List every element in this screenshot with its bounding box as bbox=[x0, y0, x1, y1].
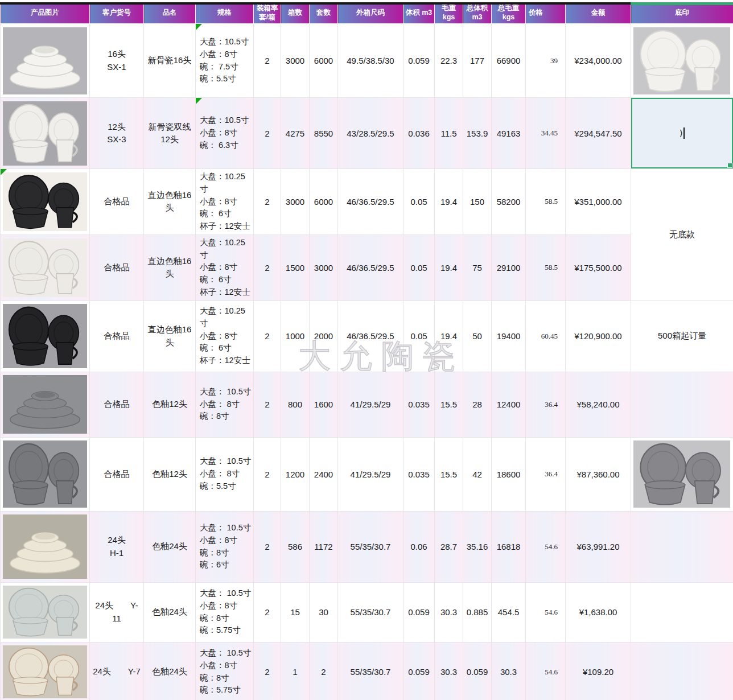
cell-item-no[interactable]: 24头 Y- 11 bbox=[90, 582, 144, 642]
cell-volume[interactable]: 0.05 bbox=[403, 300, 435, 372]
product-photo[interactable] bbox=[3, 238, 87, 297]
cell-name[interactable]: 色釉24头 bbox=[144, 642, 196, 700]
cell-sets[interactable]: 2000 bbox=[310, 300, 338, 372]
cell-specs[interactable]: 大盘： 10.5寸 小盘： 8寸 碗：5.5寸 bbox=[196, 437, 254, 511]
cell-price[interactable]: 58.5 bbox=[526, 234, 566, 300]
cell-total-gross-weight[interactable]: 58200 bbox=[492, 169, 526, 235]
column-header-name[interactable]: 品名 bbox=[144, 3, 196, 24]
cell-sets[interactable]: 3000 bbox=[310, 234, 338, 300]
cell-name[interactable]: 新骨瓷16头 bbox=[144, 24, 196, 98]
cell-price[interactable]: 60.45 bbox=[526, 300, 566, 372]
cell-boxes[interactable]: 800 bbox=[281, 372, 310, 437]
cell-total-gross-weight[interactable]: 49163 bbox=[492, 98, 526, 169]
cell-photo[interactable] bbox=[1, 372, 90, 437]
cell-specs[interactable]: 大盘：10.5寸 小盘：8寸 碗： 6.3寸 bbox=[196, 98, 254, 169]
cell-box-size[interactable]: 55/35/30.7 bbox=[338, 511, 403, 582]
cell-boxes[interactable]: 4275 bbox=[281, 98, 310, 169]
cell-volume[interactable]: 0.059 bbox=[403, 24, 435, 98]
cell-photo[interactable] bbox=[1, 234, 90, 300]
selected-cell-editor[interactable]: ⟩ bbox=[631, 98, 733, 168]
cell-amount[interactable]: ¥294,547.50 bbox=[566, 98, 631, 169]
cell-specs[interactable]: 大盘：10.25寸 小盘：8寸 碗： 6寸 杯子：12安士 bbox=[196, 300, 254, 372]
cell-price[interactable]: 34.45 bbox=[526, 98, 566, 169]
cell-name[interactable]: 直边色釉16 头 bbox=[144, 169, 196, 235]
cell-item-no[interactable]: 12头 SX-3 bbox=[90, 98, 144, 169]
product-photo[interactable] bbox=[3, 645, 87, 698]
cell-total-volume[interactable]: 150 bbox=[463, 169, 492, 235]
cell-volume[interactable]: 0.059 bbox=[403, 582, 435, 642]
cell-photo[interactable] bbox=[1, 24, 90, 98]
cell-photo[interactable] bbox=[1, 437, 90, 511]
cell-boxes[interactable]: 1200 bbox=[281, 437, 310, 511]
cell-volume[interactable]: 0.036 bbox=[403, 98, 435, 169]
cell-pack-rate[interactable]: 2 bbox=[254, 511, 281, 582]
column-header-total_volume[interactable]: 总体积 m3 bbox=[463, 3, 492, 24]
column-header-total_gross_weight[interactable]: 总毛重 kgs bbox=[492, 3, 526, 24]
cell-total-gross-weight[interactable]: 19400 bbox=[492, 300, 526, 372]
cell-boxes[interactable]: 3000 bbox=[281, 24, 310, 98]
cell-gross-weight[interactable]: 19.4 bbox=[435, 300, 463, 372]
cell-item-no[interactable]: 合格品 bbox=[90, 372, 144, 437]
cell-item-no[interactable]: 24头 H-1 bbox=[90, 511, 144, 582]
cell-sets[interactable]: 2 bbox=[310, 642, 338, 700]
fill-handle[interactable] bbox=[727, 163, 732, 168]
cell-pack-rate[interactable]: 2 bbox=[254, 234, 281, 300]
cell-box-size[interactable]: 41/29.5/29 bbox=[338, 437, 403, 511]
cell-sets[interactable]: 1172 bbox=[310, 511, 338, 582]
cell-photo[interactable] bbox=[1, 169, 90, 235]
cell-box-size[interactable]: 55/35/30.7 bbox=[338, 582, 403, 642]
cell-photo[interactable] bbox=[1, 642, 90, 700]
cell-sets[interactable]: 6000 bbox=[310, 24, 338, 98]
cell-specs[interactable]: 大盘： 10.5寸 小盘：8寸 碗：8寸 碗：5.75寸 bbox=[196, 642, 254, 700]
cell-name[interactable]: 新骨瓷双线 12头 bbox=[144, 98, 196, 169]
cell-item-no[interactable]: 16头 SX-1 bbox=[90, 24, 144, 98]
cell-amount[interactable]: ¥87,360.00 bbox=[566, 437, 631, 511]
cell-stamp[interactable] bbox=[631, 437, 733, 511]
cell-photo[interactable] bbox=[1, 582, 90, 642]
cell-item-no[interactable]: 24头 Y-7 bbox=[90, 642, 144, 700]
cell-gross-weight[interactable]: 15.5 bbox=[435, 437, 463, 511]
cell-photo[interactable] bbox=[1, 511, 90, 582]
cell-price[interactable]: 58.5 bbox=[526, 169, 566, 235]
cell-specs[interactable]: 大盘：10.25寸 小盘：8寸 碗： 6寸 杯子：12安士 bbox=[196, 234, 254, 300]
column-header-item_no[interactable]: 客户货号 bbox=[90, 3, 144, 24]
cell-specs[interactable]: 大盘： 10.5寸 小盘：8寸 碗：8寸 碗：6寸 bbox=[196, 511, 254, 582]
cell-box-size[interactable]: 43/28.5/29.5 bbox=[338, 98, 403, 169]
cell-stamp[interactable]: 500箱起订量 bbox=[631, 300, 733, 372]
cell-sets[interactable]: 8550 bbox=[310, 98, 338, 169]
cell-pack-rate[interactable]: 2 bbox=[254, 98, 281, 169]
cell-amount[interactable]: ¥234,000.00 bbox=[566, 24, 631, 98]
cell-total-volume[interactable]: 42 bbox=[463, 437, 492, 511]
cell-item-no[interactable]: 合格品 bbox=[90, 437, 144, 511]
cell-name[interactable]: 色釉24头 bbox=[144, 511, 196, 582]
cell-pack-rate[interactable]: 2 bbox=[254, 24, 281, 98]
column-header-photo[interactable]: 产品图片 bbox=[1, 3, 90, 24]
cell-name[interactable]: 色釉24头 bbox=[144, 582, 196, 642]
cell-sets[interactable]: 2400 bbox=[310, 437, 338, 511]
cell-name[interactable]: 色釉12头 bbox=[144, 372, 196, 437]
cell-amount[interactable]: ¥109.20 bbox=[566, 642, 631, 700]
cell-specs[interactable]: 大盘：10.25寸 小盘：8寸 碗： 6寸 杯子：12安士 bbox=[196, 169, 254, 235]
cell-total-gross-weight[interactable]: 16818 bbox=[492, 511, 526, 582]
cell-total-volume[interactable]: 75 bbox=[463, 234, 492, 300]
cell-pack-rate[interactable]: 2 bbox=[254, 300, 281, 372]
cell-amount[interactable]: ¥351,000.00 bbox=[566, 169, 631, 235]
product-photo[interactable] bbox=[3, 440, 87, 508]
product-photo[interactable] bbox=[3, 27, 87, 94]
cell-boxes[interactable]: 1500 bbox=[281, 234, 310, 300]
cell-amount[interactable]: ¥58,240.00 bbox=[566, 372, 631, 437]
product-photo[interactable] bbox=[633, 440, 730, 508]
cell-stamp[interactable] bbox=[631, 372, 733, 437]
cell-box-size[interactable]: 41/29.5/29 bbox=[338, 372, 403, 437]
cell-name[interactable]: 色釉12头 bbox=[144, 437, 196, 511]
cell-price[interactable]: 54.6 bbox=[526, 511, 566, 582]
cell-box-size[interactable]: 46/36.5/29.5 bbox=[338, 169, 403, 235]
cell-price[interactable]: 54.6 bbox=[526, 582, 566, 642]
column-header-amount[interactable]: 金额 bbox=[566, 3, 631, 24]
product-photo[interactable] bbox=[3, 172, 87, 231]
cell-total-volume[interactable]: 0.885 bbox=[463, 582, 492, 642]
cell-gross-weight[interactable]: 19.4 bbox=[435, 234, 463, 300]
cell-stamp[interactable] bbox=[631, 511, 733, 582]
cell-total-volume[interactable]: 177 bbox=[463, 24, 492, 98]
product-photo[interactable] bbox=[633, 27, 730, 94]
